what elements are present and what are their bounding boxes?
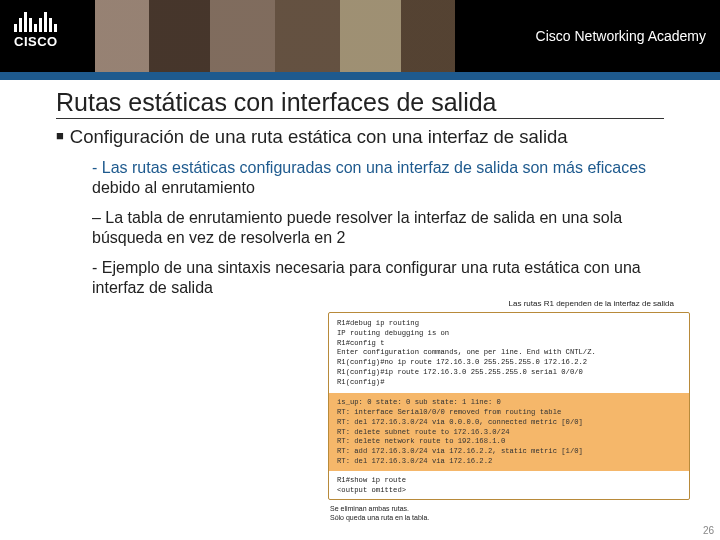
terminal-output-top: R1#debug ip routing IP routing debugging… bbox=[329, 313, 689, 393]
cisco-logo-text: CISCO bbox=[14, 34, 58, 49]
terminal-footer: Se eliminan ambas rutas. Sólo queda una … bbox=[328, 500, 690, 522]
page-number: 26 bbox=[703, 525, 714, 536]
cisco-logo: CISCO bbox=[14, 10, 58, 49]
slide-content: Rutas estáticas con interfaces de salida… bbox=[0, 80, 720, 298]
header-photo-strip bbox=[95, 0, 455, 80]
terminal-window: R1#debug ip routing IP routing debugging… bbox=[328, 312, 690, 500]
slide-header: CISCO Cisco Networking Academy bbox=[0, 0, 720, 80]
slide-subtitle: ■Configuración de una ruta estática con … bbox=[56, 125, 664, 148]
bullet-1-emph: más eficaces bbox=[553, 159, 646, 176]
terminal-caption: Las rutas R1 dependen de la interfaz de … bbox=[328, 299, 690, 308]
terminal-footer-line2: Sólo queda una ruta en la tabla. bbox=[330, 513, 688, 522]
header-accent-bar bbox=[0, 72, 720, 80]
slide-title: Rutas estáticas con interfaces de salida bbox=[56, 88, 664, 119]
square-bullet-icon: ■ bbox=[56, 128, 64, 143]
bullet-1-tail: debido al enrutamiento bbox=[92, 179, 255, 196]
terminal-output-bottom: R1#show ip route <output omitted> bbox=[329, 471, 689, 498]
academy-label: Cisco Networking Academy bbox=[536, 28, 706, 44]
terminal-figure: Las rutas R1 dependen de la interfaz de … bbox=[328, 299, 690, 522]
bullet-1: - Las rutas estáticas configuradas con u… bbox=[92, 158, 654, 198]
body-block: - Las rutas estáticas configuradas con u… bbox=[56, 158, 664, 298]
bullet-3: - Ejemplo de una sintaxis necesaria para… bbox=[92, 258, 654, 298]
cisco-logo-bars bbox=[14, 10, 58, 32]
bullet-2: – La tabla de enrutamiento puede resolve… bbox=[92, 208, 654, 248]
terminal-output-highlight: is_up: 0 state: 0 sub state: 1 line: 0 R… bbox=[329, 393, 689, 471]
terminal-footer-line1: Se eliminan ambas rutas. bbox=[330, 504, 688, 513]
bullet-1-lead: - Las rutas estáticas configuradas con u… bbox=[92, 159, 553, 176]
subtitle-text: Configuración de una ruta estática con u… bbox=[70, 126, 568, 147]
